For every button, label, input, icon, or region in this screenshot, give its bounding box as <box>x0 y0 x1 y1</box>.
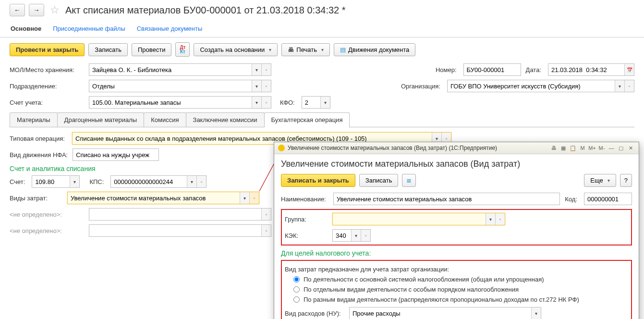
dialog-help-button[interactable]: ? <box>620 174 632 187</box>
open-icon[interactable]: ▫ <box>261 80 271 92</box>
account-sub-input[interactable]: ▾ <box>32 175 80 188</box>
division-input[interactable]: ▾ ▫ <box>89 80 271 92</box>
undefined-input-1[interactable]: ▫ <box>89 208 271 221</box>
open-icon[interactable]: ▫ <box>361 230 370 241</box>
m-icon[interactable]: M <box>578 144 587 152</box>
division-label: Подразделение: <box>10 83 84 90</box>
dropdown-icon[interactable]: ▾ <box>320 97 330 108</box>
tab-accounting[interactable]: Бухгалтерская операция <box>264 112 350 127</box>
dropdown-icon[interactable]: ▾ <box>486 213 495 225</box>
m-minus-icon[interactable]: M- <box>597 144 606 152</box>
number-label: Номер: <box>436 66 457 74</box>
print-icon[interactable]: 🖶 <box>549 144 558 152</box>
dialog-save-close-button[interactable]: Записать и закрыть <box>281 174 355 187</box>
dialog-group-label: Группа: <box>285 216 326 223</box>
dialog-code-label: Код: <box>565 196 577 203</box>
post-and-close-button[interactable]: Провести и закрыть <box>10 43 85 56</box>
dropdown-icon[interactable]: ▾ <box>351 230 361 241</box>
dropdown-icon[interactable]: ▾ <box>187 176 196 187</box>
close-icon[interactable]: ✕ <box>626 144 635 152</box>
cost-type-dialog: Увеличение стоимости материальных запасо… <box>274 142 639 247</box>
tab-conclusion[interactable]: Заключение комиссии <box>186 112 265 127</box>
dialog-name-label: Наименование: <box>281 196 327 203</box>
dialog-code-input[interactable] <box>584 193 632 205</box>
tab-materials[interactable]: Материалы <box>10 112 58 127</box>
nav-back-button[interactable]: ← <box>10 4 25 16</box>
dialog-group-input[interactable]: ▾ ▫ <box>332 213 505 225</box>
account-sub-label: Счет: <box>10 178 25 185</box>
mol-input[interactable]: ▾ ▫ <box>89 63 271 76</box>
printer-icon: 🖶 <box>288 46 294 53</box>
app-icon <box>278 145 285 151</box>
tab-commission[interactable]: Комиссия <box>144 112 186 127</box>
print-button[interactable]: 🖶Печать <box>281 43 330 56</box>
dialog-kek-input[interactable]: ▾ ▫ <box>332 229 371 242</box>
dialog-kek-label: КЭК: <box>285 232 326 239</box>
account-label: Счет учета: <box>10 99 84 106</box>
mol-label: МОЛ/Место хранения: <box>10 66 84 74</box>
lines-icon: ≣ <box>406 177 412 184</box>
debit-credit-button[interactable]: ДтКт <box>175 42 190 57</box>
date-input[interactable]: 📅 <box>548 63 634 76</box>
dialog-window-title: Увеличение стоимости материальных запасо… <box>288 145 547 151</box>
dialog-more-button[interactable]: Еще <box>584 174 616 187</box>
tab-precious[interactable]: Драгоценные материалы <box>57 112 145 127</box>
undefined-label-1: <не определено>: <box>10 211 84 218</box>
dropdown-icon[interactable]: ▾ <box>252 97 261 108</box>
dropdown-icon[interactable]: ▾ <box>615 80 624 92</box>
save-button[interactable]: Записать <box>88 43 128 56</box>
dropdown-icon[interactable]: ▾ <box>252 64 261 75</box>
org-label: Организация: <box>401 83 440 90</box>
nfa-input[interactable] <box>73 148 159 161</box>
nav-tab-main[interactable]: Основное <box>10 22 42 35</box>
cost-type-label: Виды затрат: <box>10 195 62 202</box>
cost-type-input[interactable]: ▾ ▫ <box>67 192 259 204</box>
calendar-icon[interactable]: 📋 <box>569 144 577 152</box>
dialog-name-input[interactable] <box>333 193 560 205</box>
nav-forward-button[interactable]: → <box>29 4 44 16</box>
favorite-icon[interactable]: ☆ <box>50 4 60 16</box>
minimize-icon[interactable]: — <box>607 144 616 152</box>
date-label: Дата: <box>526 66 541 74</box>
open-icon[interactable]: ▫ <box>249 192 259 204</box>
page-title: Акт списания материалов БУ00-000001 от 2… <box>65 5 346 16</box>
maximize-icon[interactable]: ▢ <box>617 144 625 152</box>
table-icon[interactable]: ▦ <box>559 144 568 152</box>
nav-tab-files[interactable]: Присоединенные файлы <box>52 22 126 35</box>
open-icon[interactable]: ▫ <box>624 80 634 92</box>
kfo-label: КФО: <box>280 99 295 106</box>
undefined-input-2[interactable]: ▫ <box>89 224 271 237</box>
post-button[interactable]: Провести <box>132 43 172 56</box>
calendar-icon[interactable]: 📅 <box>624 64 634 75</box>
dialog-header: Увеличение стоимости материальных запасо… <box>281 159 632 169</box>
create-based-button[interactable]: Создать на основании <box>194 43 278 56</box>
dialog-save-button[interactable]: Записать <box>359 174 399 187</box>
m-plus-icon[interactable]: M+ <box>588 144 596 152</box>
dropdown-icon[interactable]: ▾ <box>252 80 261 92</box>
undefined-label-2: <не определено>: <box>10 227 84 234</box>
open-icon[interactable]: ▫ <box>261 209 271 220</box>
nfa-label: Вид движения НФА: <box>10 151 68 159</box>
account-input[interactable]: ▾ ▫ <box>89 96 271 109</box>
dialog-list-button[interactable]: ≣ <box>402 174 416 187</box>
open-icon[interactable]: ▫ <box>196 176 206 187</box>
dropdown-icon[interactable]: ▾ <box>70 176 79 187</box>
nav-tab-links[interactable]: Связанные документы <box>136 22 204 35</box>
open-icon[interactable]: ▫ <box>261 97 271 108</box>
number-input[interactable] <box>463 63 521 76</box>
list-icon: ▤ <box>340 46 346 53</box>
movements-button[interactable]: ▤Движения документа <box>334 43 415 56</box>
kps-input[interactable]: ▾ ▫ <box>110 175 207 188</box>
open-icon[interactable]: ▫ <box>495 213 505 225</box>
open-icon[interactable]: ▫ <box>261 64 271 75</box>
typical-op-label: Типовая операция: <box>10 135 67 142</box>
kfo-input[interactable]: ▾ <box>302 96 330 109</box>
dropdown-icon[interactable]: ▾ <box>240 192 249 204</box>
kps-label: КПС: <box>89 178 104 185</box>
org-input[interactable]: ▾ ▫ <box>447 80 634 92</box>
open-icon[interactable]: ▫ <box>261 225 271 236</box>
